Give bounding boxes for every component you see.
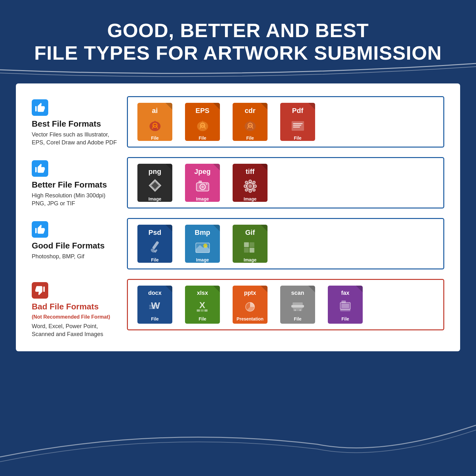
better-label: Better File Formats High Resolution (Min… — [32, 157, 127, 208]
eps-graphic — [192, 114, 213, 135]
good-icons: Psd File — [127, 218, 444, 269]
svg-point-24 — [253, 181, 255, 184]
best-subtitle: Vector Files such as Illustrator,EPS, Co… — [32, 131, 117, 147]
svg-rect-27 — [152, 241, 159, 249]
svg-rect-49 — [294, 309, 296, 311]
good-thumb-icon — [32, 221, 48, 238]
xlsx-graphic: X — [193, 296, 212, 315]
svg-rect-8 — [293, 125, 301, 126]
psd-file-icon: Psd File — [134, 225, 175, 263]
better-row: Better File Formats High Resolution (Min… — [32, 157, 444, 208]
png-file-icon: png Image — [134, 164, 175, 202]
svg-point-31 — [203, 243, 207, 248]
svg-point-25 — [245, 188, 248, 191]
svg-rect-47 — [293, 307, 303, 308]
header: GOOD, BETTER AND BEST FILE TYPES FOR ART… — [0, 0, 476, 77]
svg-point-19 — [249, 180, 252, 183]
better-subtitle: High Resolution (Min 300dpi)PNG, JPG or … — [32, 192, 105, 208]
better-icons: png Image Jpeg — [127, 157, 444, 208]
svg-rect-38 — [149, 307, 157, 307]
cdr-file-icon: cdr File — [229, 103, 271, 141]
gif-file-icon: Gif Image — [229, 225, 271, 263]
docx-file-icon: docx W File — [134, 286, 175, 324]
svg-rect-9 — [293, 127, 300, 128]
svg-point-18 — [248, 184, 252, 188]
header-title: GOOD, BETTER AND BEST FILE TYPES FOR ART… — [13, 19, 463, 64]
bad-label: Bad File Formats (Not Recommended File F… — [32, 279, 127, 339]
svg-rect-43 — [204, 309, 208, 312]
bad-title: Bad File Formats — [32, 302, 99, 312]
svg-rect-50 — [300, 309, 301, 311]
cdr-graphic — [240, 114, 261, 135]
best-icons: ai File — [127, 96, 444, 148]
bad-row: Bad File Formats (Not Recommended File F… — [32, 279, 444, 339]
svg-point-20 — [249, 189, 252, 192]
best-thumb-icon — [32, 99, 48, 116]
swoosh-bottom-decoration — [0, 406, 476, 476]
header-line1: GOOD, BETTER AND BEST — [107, 19, 369, 41]
good-title: Good File Formats — [32, 241, 105, 251]
svg-rect-45 — [291, 305, 304, 307]
svg-rect-7 — [293, 123, 302, 124]
good-label: Good File Formats Photoshop, BMP, Gif — [32, 218, 127, 261]
svg-rect-37 — [149, 305, 158, 306]
scan-file-icon: scan File — [277, 286, 318, 324]
psd-graphic — [145, 236, 165, 257]
svg-rect-32 — [244, 242, 249, 247]
tiff-file-icon: tiff — [229, 164, 271, 202]
thumbs-up-icon-3 — [34, 224, 46, 235]
better-title: Better File Formats — [32, 180, 107, 190]
bad-subtitle-small: (Not Recommended File Format) — [32, 314, 110, 321]
bmp-graphic — [192, 236, 213, 257]
jpeg-file-icon: Jpeg Image — [182, 164, 223, 202]
scan-graphic — [288, 296, 307, 315]
svg-rect-33 — [249, 242, 254, 247]
svg-rect-53 — [340, 309, 350, 311]
pdf-file-icon: Pdf File — [277, 103, 318, 141]
svg-point-16 — [206, 183, 207, 185]
svg-rect-54 — [341, 301, 346, 303]
pptx-file-icon: pptx Presentation — [229, 286, 271, 324]
thumbs-up-icon — [34, 102, 46, 113]
svg-rect-41 — [197, 309, 200, 312]
tiff-graphic — [240, 175, 261, 196]
pptx-graphic — [241, 296, 260, 315]
fax-file-icon: fax File — [325, 286, 366, 324]
header-line2: FILE TYPES FOR ARTWORK SUBMISSION — [34, 42, 442, 64]
svg-point-14 — [201, 185, 204, 188]
best-row: Best File Formats Vector Files such as I… — [32, 96, 444, 148]
svg-text:X: X — [199, 300, 205, 310]
svg-rect-39 — [149, 308, 155, 309]
svg-rect-34 — [244, 248, 249, 252]
thumbs-up-icon-2 — [34, 163, 46, 174]
svg-rect-52 — [341, 304, 349, 308]
svg-point-22 — [254, 185, 256, 188]
gif-graphic — [240, 236, 261, 257]
svg-point-26 — [253, 188, 255, 191]
svg-rect-46 — [293, 302, 303, 305]
bad-icons: docx W File — [127, 279, 444, 330]
good-subtitle: Photoshop, BMP, Gif — [32, 253, 84, 261]
better-thumb-icon — [32, 160, 48, 177]
best-label: Best File Formats Vector Files such as I… — [32, 96, 127, 147]
good-row: Good File Formats Photoshop, BMP, Gif Ps… — [32, 218, 444, 269]
thumbs-down-icon — [34, 285, 46, 296]
ai-graphic — [145, 114, 165, 135]
png-graphic — [145, 175, 165, 196]
svg-point-23 — [245, 181, 248, 184]
ai-file-icon: ai File — [134, 103, 175, 141]
jpeg-graphic — [192, 175, 213, 196]
pdf-graphic — [288, 114, 308, 135]
svg-rect-15 — [198, 181, 202, 183]
bad-subtitle: Word, Excel, Power Point,Scanned and Fax… — [32, 322, 103, 338]
svg-point-21 — [244, 185, 247, 188]
bad-thumb-icon — [32, 282, 48, 299]
content-area: Best File Formats Vector Files such as I… — [16, 83, 460, 351]
docx-graphic: W — [145, 296, 164, 315]
best-title: Best File Formats — [32, 119, 101, 129]
xlsx-file-icon: xlsx X File — [182, 286, 223, 324]
bmp-file-icon: Bmp Image — [182, 225, 223, 263]
svg-rect-35 — [249, 248, 254, 252]
svg-rect-42 — [201, 309, 204, 312]
fax-graphic — [336, 296, 355, 315]
